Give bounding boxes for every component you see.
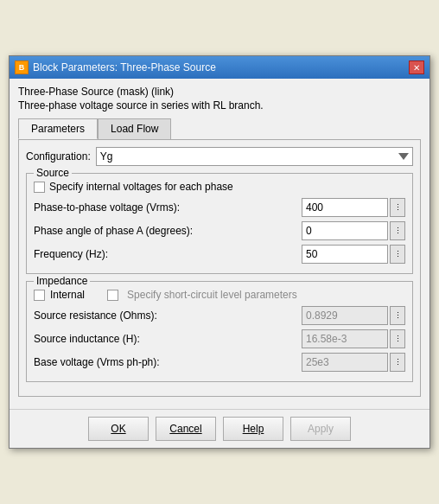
source-field-label-2: Frequency (Hz):: [34, 248, 302, 260]
subtitle-line1: Three-Phase Source (mask) (link): [18, 86, 421, 98]
source-section: Source Specify internal voltages for eac…: [26, 173, 413, 274]
source-field-1: Phase angle of phase A (degrees): ⋮: [34, 221, 405, 240]
window-icon: B: [15, 61, 29, 74]
source-field-wrap-0: ⋮: [302, 198, 405, 217]
config-select[interactable]: Yg Y Delta: [96, 147, 413, 166]
impedance-field-label-0: Source resistance (Ohms):: [34, 309, 302, 322]
impedance-field-wrap-0: ⋮: [302, 306, 405, 325]
source-field-wrap-2: ⋮: [302, 245, 405, 264]
source-field-2: Frequency (Hz): ⋮: [34, 245, 405, 264]
impedance-field-input-2[interactable]: [302, 353, 388, 372]
apply-label: Apply: [308, 423, 334, 435]
tab-content: Configuration: Yg Y Delta Source Specify…: [18, 139, 421, 397]
apply-button[interactable]: Apply: [290, 417, 351, 441]
impedance-checkbox[interactable]: [34, 290, 45, 301]
tab-parameters[interactable]: Parameters: [18, 118, 98, 139]
impedance-field-btn-2[interactable]: ⋮: [390, 353, 405, 372]
config-row: Configuration: Yg Y Delta: [26, 147, 413, 166]
help-button[interactable]: Help: [223, 417, 283, 441]
source-field-btn-2[interactable]: ⋮: [390, 245, 405, 264]
subtitle-line2: Three-phase voltage source in series wit…: [18, 99, 421, 112]
ok-label: OK: [111, 423, 125, 435]
help-label: Help: [243, 423, 264, 435]
impedance-field-btn-0[interactable]: ⋮: [390, 306, 405, 325]
impedance-section-title: Impedance: [34, 275, 90, 287]
config-label: Configuration:: [26, 150, 91, 163]
impedance-checkbox-label: Internal: [50, 289, 85, 301]
tab-loadflow[interactable]: Load Flow: [98, 118, 171, 140]
impedance-field-wrap-1: ⋮: [302, 329, 405, 348]
impedance-field-label-1: Source inductance (H):: [34, 333, 302, 345]
source-field-input-1[interactable]: [302, 221, 388, 240]
impedance-field-2: Base voltage (Vrms ph-ph): ⋮: [34, 353, 405, 372]
impedance-section: Impedance Internal Specify short-circuit…: [26, 281, 413, 382]
impedance-field-btn-1[interactable]: ⋮: [390, 329, 405, 348]
impedance-field-0: Source resistance (Ohms): ⋮: [34, 306, 405, 325]
title-bar: B Block Parameters: Three-Phase Source ✕: [10, 56, 429, 79]
impedance-checkbox-row: Internal Specify short-circuit level par…: [34, 289, 405, 301]
impedance-field-label-2: Base voltage (Vrms ph-ph):: [34, 356, 302, 368]
impedance-field-input-0[interactable]: [302, 306, 388, 325]
content-area: Three-Phase Source (mask) (link) Three-p…: [10, 79, 429, 409]
source-checkbox-row: Specify internal voltages for each phase: [34, 181, 405, 193]
source-field-btn-0[interactable]: ⋮: [390, 198, 405, 217]
impedance-field-wrap-2: ⋮: [302, 353, 405, 372]
source-checkbox-label: Specify internal voltages for each phase: [49, 181, 233, 193]
source-field-0: Phase-to-phase voltage (Vrms): ⋮: [34, 198, 405, 217]
cancel-label: Cancel: [169, 423, 201, 435]
ok-button[interactable]: OK: [88, 417, 149, 441]
source-section-title: Source: [34, 167, 72, 179]
title-buttons: ✕: [409, 61, 424, 74]
impedance-field-1: Source inductance (H): ⋮: [34, 329, 405, 348]
source-field-label-1: Phase angle of phase A (degrees):: [34, 225, 302, 237]
impedance-right-label: Specify short-circuit level parameters: [127, 289, 297, 301]
window-title: Block Parameters: Three-Phase Source: [33, 61, 216, 73]
main-window: B Block Parameters: Three-Phase Source ✕…: [9, 55, 430, 449]
source-field-input-2[interactable]: [302, 245, 388, 264]
title-bar-left: B Block Parameters: Three-Phase Source: [15, 61, 216, 74]
source-checkbox[interactable]: [34, 182, 45, 193]
tabs-row: Parameters Load Flow: [18, 118, 421, 139]
source-field-wrap-1: ⋮: [302, 221, 405, 240]
bottom-buttons: OK Cancel Help Apply: [10, 409, 429, 448]
source-field-label-0: Phase-to-phase voltage (Vrms):: [34, 201, 302, 214]
impedance-right-checkbox[interactable]: [107, 290, 118, 301]
impedance-field-input-1[interactable]: [302, 329, 388, 348]
close-button[interactable]: ✕: [409, 61, 424, 74]
source-field-btn-1[interactable]: ⋮: [390, 221, 405, 240]
cancel-button[interactable]: Cancel: [156, 417, 216, 441]
source-field-input-0[interactable]: [302, 198, 388, 217]
